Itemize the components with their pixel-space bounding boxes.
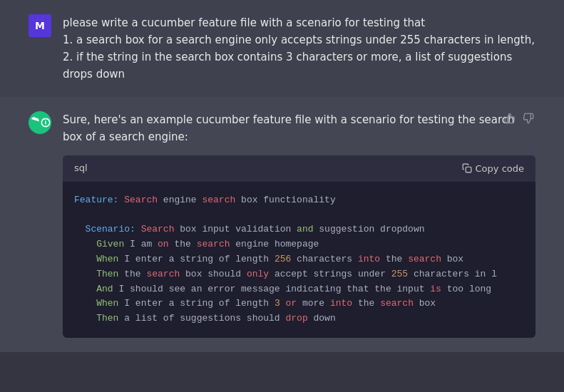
copy-label: Copy code bbox=[476, 163, 524, 174]
assistant-message: Sure, here's an example cucumber feature… bbox=[0, 97, 564, 352]
code-block-header: sql Copy code bbox=[63, 155, 535, 182]
user-message: M please write a cucumber feature file w… bbox=[0, 0, 564, 97]
avatar-assistant bbox=[29, 111, 51, 134]
thumbs-down-button[interactable] bbox=[521, 111, 535, 125]
gpt-logo-icon bbox=[40, 115, 51, 130]
copy-code-button[interactable]: Copy code bbox=[462, 163, 524, 174]
svg-rect-0 bbox=[466, 167, 471, 173]
thumbs-up-button[interactable] bbox=[503, 111, 517, 125]
code-language-label: sql bbox=[74, 161, 88, 176]
user-text-line2: 1. a search box for a search engine only… bbox=[63, 31, 535, 48]
thumbs-down-icon bbox=[523, 113, 534, 124]
copy-icon bbox=[462, 163, 472, 173]
chat-container: M please write a cucumber feature file w… bbox=[0, 0, 564, 352]
user-text-line3: 2. if the string in the search box conta… bbox=[63, 48, 535, 66]
user-text-line4: drops down bbox=[63, 66, 535, 83]
user-text-line1: please write a cucumber feature file wit… bbox=[63, 14, 535, 31]
code-block-wrapper: sql Copy code Feature: Search engine sea… bbox=[63, 155, 535, 338]
code-block-content: Feature: Search engine search box functi… bbox=[63, 182, 535, 338]
message-actions bbox=[503, 111, 535, 125]
assistant-intro-text: Sure, here's an example cucumber feature… bbox=[63, 111, 535, 145]
avatar: M bbox=[29, 14, 51, 37]
assistant-message-content: Sure, here's an example cucumber feature… bbox=[63, 111, 535, 338]
user-message-content: please write a cucumber feature file wit… bbox=[63, 14, 535, 83]
thumbs-up-icon bbox=[504, 113, 516, 124]
chatgpt-icon bbox=[29, 115, 40, 130]
